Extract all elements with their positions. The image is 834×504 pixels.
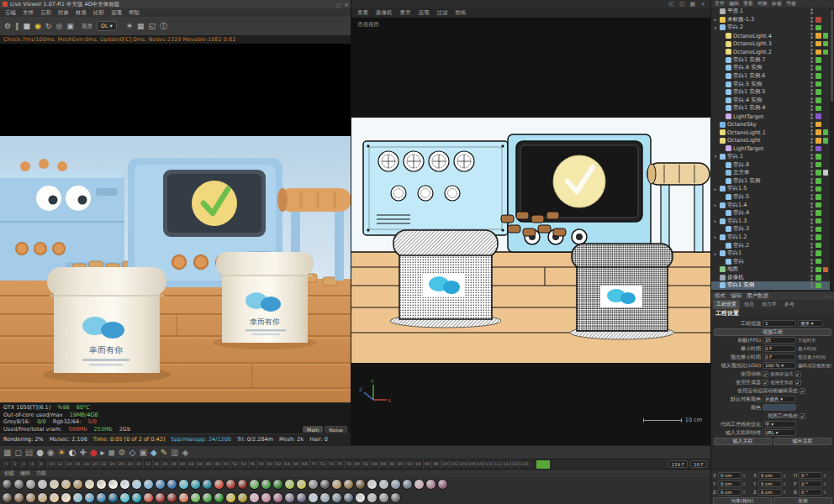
- tag-icon[interactable]: [823, 122, 829, 128]
- tag-icon[interactable]: [816, 267, 821, 273]
- object-name[interactable]: 平滑.1: [727, 8, 809, 15]
- tree-row[interactable]: OctaneLight.1: [711, 129, 834, 137]
- tree-row[interactable]: 空白1 实例: [711, 176, 834, 185]
- material-sphere[interactable]: [13, 479, 24, 490]
- material-sphere[interactable]: [319, 492, 330, 503]
- spinner-arrows[interactable]: ⇕: [742, 489, 746, 496]
- attribute-select[interactable]: 厘米 ▾: [798, 320, 823, 327]
- coordinate-input[interactable]: 0 cm: [758, 489, 782, 496]
- material-sphere[interactable]: [378, 479, 389, 490]
- viewer-tab[interactable]: Main: [303, 426, 323, 433]
- visibility-dots[interactable]: [810, 259, 814, 265]
- material-sphere[interactable]: [119, 492, 130, 503]
- filter-tab[interactable]: 动力学: [758, 300, 780, 309]
- tag-icon[interactable]: [816, 33, 821, 39]
- expand-arrow[interactable]: ▸: [713, 234, 718, 239]
- tag-icon[interactable]: [816, 106, 821, 112]
- object-name[interactable]: OctaneLight.2: [733, 49, 809, 55]
- visibility-dots[interactable]: [810, 162, 814, 168]
- tag-icon[interactable]: [823, 57, 829, 63]
- tag-icon[interactable]: [816, 25, 821, 31]
- material-sphere[interactable]: [343, 492, 354, 503]
- tree-row[interactable]: 空白.5: [711, 193, 834, 202]
- tree-row[interactable]: ▾ 空白.1: [711, 153, 834, 161]
- tree-row[interactable]: 立方体: [711, 169, 834, 177]
- tree-row[interactable]: 空白.5 实例: [711, 80, 834, 88]
- toolbar-icon[interactable]: ◇: [129, 449, 136, 457]
- tree-row[interactable]: ▸ 空白1.5: [711, 185, 834, 193]
- tree-row[interactable]: LightTarget: [711, 144, 834, 153]
- tree-row[interactable]: 空白: [711, 257, 834, 265]
- visibility-dots[interactable]: [810, 89, 814, 95]
- material-sphere[interactable]: [84, 479, 95, 490]
- object-name[interactable]: 空白.4 实例: [733, 97, 809, 104]
- tag-icon[interactable]: [823, 25, 829, 31]
- material-sphere[interactable]: [355, 492, 366, 503]
- coordinate-input[interactable]: 0 cm: [758, 472, 782, 479]
- material-sphere[interactable]: [155, 492, 166, 503]
- viewport-icon[interactable]: +: [700, 2, 705, 8]
- menu-item[interactable]: 云彩: [40, 9, 51, 17]
- object-name[interactable]: 空白1 实例: [733, 177, 809, 185]
- tag-icon[interactable]: [816, 81, 821, 87]
- checkbox[interactable]: ✓: [795, 371, 801, 377]
- tag-icon[interactable]: [816, 162, 821, 168]
- toolbar-icon[interactable]: ▸: [101, 449, 105, 457]
- timeline-ruler[interactable]: 0246810121416182022242628303234363840424…: [0, 459, 531, 469]
- object-name[interactable]: 空白.5: [733, 193, 809, 201]
- visibility-dots[interactable]: [810, 73, 814, 79]
- toolbar-icon[interactable]: ⚙: [119, 449, 126, 457]
- material-sphere[interactable]: [414, 479, 425, 490]
- object-name[interactable]: 空白.8: [733, 161, 809, 169]
- coordinate-mode-select[interactable]: 对象(相对): [713, 497, 772, 504]
- toolbar-icon[interactable]: ◼: [108, 449, 115, 457]
- octane-render-area[interactable]: 幸而有你 幸而有你: [0, 44, 351, 402]
- object-name[interactable]: OctaneLight: [727, 137, 809, 144]
- material-sphere[interactable]: [425, 479, 436, 490]
- material-sphere[interactable]: [25, 479, 36, 490]
- object-name[interactable]: 立方体: [733, 169, 809, 176]
- filter-tab[interactable]: 信息: [741, 300, 757, 309]
- visibility-dots[interactable]: [810, 218, 814, 224]
- tag-icon[interactable]: [816, 154, 821, 160]
- material-sphere[interactable]: [202, 479, 213, 490]
- tag-icon[interactable]: [823, 50, 829, 55]
- tag-icon[interactable]: [816, 202, 821, 208]
- visibility-dots[interactable]: [810, 33, 814, 39]
- tag-icon[interactable]: [823, 154, 829, 160]
- material-sphere[interactable]: [249, 479, 260, 490]
- tag-icon[interactable]: [823, 9, 829, 15]
- material-sphere[interactable]: [155, 479, 166, 490]
- material-sphere[interactable]: [190, 479, 201, 490]
- tag-icon[interactable]: [823, 106, 829, 112]
- material-sphere[interactable]: [2, 479, 13, 490]
- tree-scrollbar[interactable]: [830, 8, 834, 291]
- visibility-dots[interactable]: [810, 105, 814, 111]
- material-sphere[interactable]: [272, 492, 283, 503]
- visibility-dots[interactable]: [810, 81, 814, 87]
- menu-item[interactable]: 书签: [786, 0, 796, 8]
- toolbar-icon[interactable]: ▣: [66, 23, 74, 30]
- menu-item[interactable]: 帮助: [129, 9, 140, 17]
- object-name[interactable]: OctaneLight.3: [733, 40, 809, 47]
- toolbar-icon[interactable]: ◈: [182, 449, 189, 457]
- tag-icon[interactable]: [816, 57, 821, 63]
- tree-row[interactable]: ▸ 空白1: [711, 249, 834, 258]
- material-sphere[interactable]: [72, 479, 83, 490]
- tag-icon[interactable]: [823, 81, 829, 87]
- material-sphere[interactable]: [225, 492, 236, 503]
- mode-tab[interactable]: 模式: [715, 292, 726, 300]
- checkbox[interactable]: ✓: [763, 371, 768, 377]
- tag-icon[interactable]: [823, 234, 829, 240]
- tree-row[interactable]: 平滑.1: [711, 8, 834, 16]
- object-name[interactable]: OctaneLight.1: [727, 129, 809, 136]
- material-sphere[interactable]: [108, 492, 119, 503]
- toolbar-icon[interactable]: ◎: [56, 23, 63, 30]
- tag-icon[interactable]: [823, 33, 829, 39]
- visibility-dots[interactable]: [810, 194, 814, 200]
- material-sphere[interactable]: [390, 479, 401, 490]
- toolbar-icon[interactable]: ‖: [15, 23, 19, 30]
- tag-icon[interactable]: [816, 50, 821, 55]
- material-sphere[interactable]: [131, 479, 142, 490]
- tag-icon[interactable]: [823, 210, 829, 216]
